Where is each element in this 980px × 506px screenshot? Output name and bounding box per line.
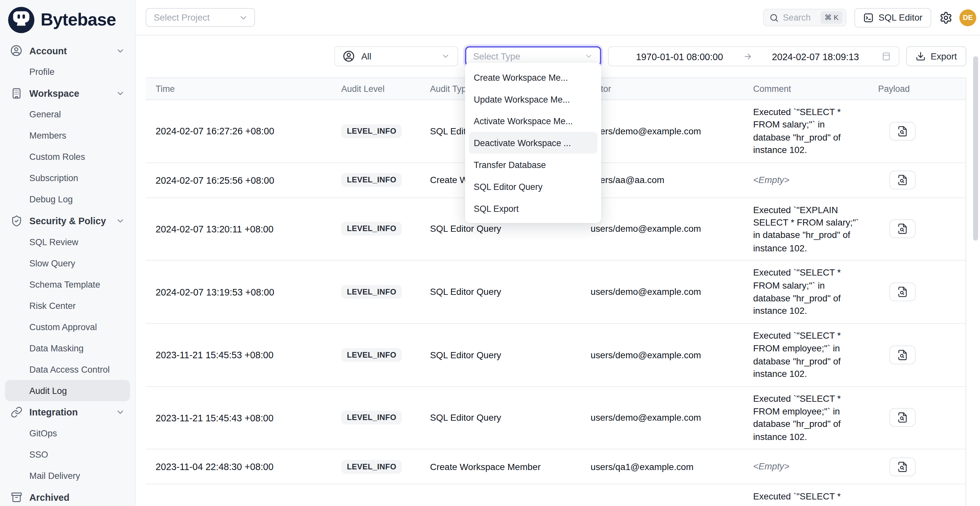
- sidebar-item-custom-approval[interactable]: Custom Approval: [5, 316, 130, 337]
- date-to[interactable]: 2024-02-07 18:09:13: [752, 51, 879, 62]
- search-placeholder: Search: [783, 13, 811, 22]
- cell-comment: Executed `"EXPLAIN SELECT * FROM salary;…: [753, 204, 861, 255]
- brand-logo[interactable]: Bytebase: [0, 0, 135, 36]
- dropdown-option-deactivate-workspace[interactable]: Deactivate Workspace ...: [469, 132, 598, 154]
- sidebar-item-label: Slow Query: [29, 258, 75, 268]
- sidebar-item-label: SSO: [29, 449, 48, 460]
- sidebar-item-profile[interactable]: Profile: [5, 61, 130, 83]
- dropdown-option-sql-export[interactable]: SQL Export: [469, 197, 598, 220]
- sidebar-item-debug-log[interactable]: Debug Log: [5, 189, 130, 210]
- sidebar-item-data-access-control[interactable]: Data Access Control: [5, 359, 130, 380]
- column-header-actor: Actor: [591, 84, 753, 94]
- terminal-icon: [863, 12, 874, 23]
- dropdown-option-transfer-database[interactable]: Transfer Database: [469, 154, 598, 175]
- type-filter-dropdown: Create Workspace Me...Update Workspace M…: [465, 62, 601, 223]
- sidebar-item-members[interactable]: Members: [5, 125, 130, 146]
- column-header-time: Time: [145, 84, 335, 94]
- audit-level-badge: LEVEL_INFO: [341, 222, 402, 236]
- payload-view-button[interactable]: [889, 282, 916, 301]
- payload-view-button[interactable]: [889, 220, 916, 238]
- sidebar-item-slow-query[interactable]: Slow Query: [5, 252, 130, 274]
- cell-time: 2024-02-07 16:25:56 +08:00: [145, 175, 335, 186]
- search-icon: [769, 13, 779, 22]
- sidebar-item-label: Mail Delivery: [29, 471, 80, 481]
- sidebar-item-data-masking[interactable]: Data Masking: [5, 337, 130, 359]
- payload-view-button[interactable]: [889, 345, 916, 364]
- cell-audit-level: LEVEL_INFO: [335, 222, 430, 236]
- cell-actor: users/demo@example.com: [591, 287, 753, 297]
- table-row: 2023-11-21 15:45:43 +08:00LEVEL_INFOSQL …: [145, 387, 966, 449]
- avatar[interactable]: DE: [959, 9, 977, 26]
- sidebar-item-label: Debug Log: [29, 194, 73, 205]
- sidebar-item-security-policy[interactable]: Security & Policy: [5, 210, 130, 231]
- project-select[interactable]: Select Project: [145, 8, 255, 27]
- sidebar-item-account[interactable]: Account: [5, 40, 130, 61]
- date-from[interactable]: 1970-01-01 08:00:00: [616, 51, 743, 62]
- vertical-scrollbar[interactable]: [973, 56, 978, 240]
- sidebar-item-label: Security & Policy: [29, 215, 106, 226]
- audit-level-badge: LEVEL_INFO: [341, 348, 402, 361]
- file-search-icon: [897, 175, 908, 186]
- cell-actor: users/demo@example.com: [591, 224, 753, 234]
- sidebar-item-workspace[interactable]: Workspace: [5, 83, 130, 103]
- sidebar-item-sql-review[interactable]: SQL Review: [5, 231, 130, 252]
- table-row: 2023-11-04 21:26:34 +08:00LEVEL_INFOSQL …: [145, 484, 966, 506]
- audit-level-badge: LEVEL_INFO: [341, 411, 402, 425]
- sidebar: Bytebase AccountProfileWorkspaceGeneralM…: [0, 0, 136, 506]
- project-select-label: Select Project: [154, 13, 210, 22]
- sidebar-item-label: Account: [29, 45, 67, 56]
- cell-comment: Executed `"SELECT * FROM department;"` i…: [753, 490, 861, 506]
- sidebar-item-gitops[interactable]: GitOps: [5, 423, 130, 444]
- gear-icon[interactable]: [939, 11, 953, 24]
- sidebar-item-general[interactable]: General: [5, 103, 130, 125]
- download-icon: [916, 51, 926, 62]
- dropdown-option-sql-editor-query[interactable]: SQL Editor Query: [469, 175, 598, 197]
- sidebar-item-label: Data Masking: [29, 343, 84, 353]
- payload-view-button[interactable]: [889, 122, 916, 140]
- link-icon: [10, 406, 22, 418]
- cell-actor: users/demo@example.com: [591, 413, 753, 423]
- sidebar-item-risk-center[interactable]: Risk Center: [5, 295, 130, 316]
- table-row: 2023-11-04 22:48:30 +08:00LEVEL_INFOCrea…: [145, 449, 966, 484]
- payload-view-button[interactable]: [889, 170, 916, 189]
- cell-payload: [878, 408, 966, 427]
- sql-editor-label: SQL Editor: [879, 13, 923, 22]
- sidebar-item-archived[interactable]: Archived: [5, 486, 130, 506]
- sidebar-item-label: Audit Log: [29, 386, 67, 396]
- cell-time: 2024-02-07 16:27:26 +08:00: [145, 126, 335, 137]
- sidebar-item-audit-log[interactable]: Audit Log: [5, 380, 130, 401]
- sidebar-item-integration[interactable]: Integration: [5, 401, 130, 422]
- actor-filter-select[interactable]: All: [334, 46, 458, 66]
- sidebar-item-label: Custom Roles: [29, 152, 85, 162]
- chevron-down-icon: [116, 216, 125, 226]
- date-range-picker[interactable]: 1970-01-01 08:00:00 2024-02-07 18:09:13: [608, 46, 899, 66]
- audit-level-badge: LEVEL_INFO: [341, 460, 402, 474]
- sidebar-item-sso[interactable]: SSO: [5, 444, 130, 465]
- cell-comment: Executed `"SELECT * FROM salary;"` in da…: [753, 266, 861, 317]
- payload-view-button[interactable]: [889, 457, 916, 476]
- cell-payload: [878, 282, 966, 301]
- topbar-right: Search ⌘ K SQL Editor DE: [763, 8, 977, 27]
- dropdown-option-activate-workspace-me[interactable]: Activate Workspace Me...: [469, 110, 598, 132]
- sidebar-item-schema-template[interactable]: Schema Template: [5, 274, 130, 295]
- sql-editor-button[interactable]: SQL Editor: [854, 8, 931, 27]
- sidebar-item-label: Profile: [29, 67, 54, 77]
- file-search-icon: [897, 223, 908, 234]
- archive-icon: [10, 491, 22, 503]
- export-button[interactable]: Export: [906, 46, 966, 66]
- sidebar-item-custom-roles[interactable]: Custom Roles: [5, 146, 130, 167]
- file-search-icon: [897, 349, 908, 360]
- cell-comment: <Empty>: [753, 460, 861, 473]
- sidebar-item-label: Subscription: [29, 173, 78, 183]
- file-search-icon: [897, 286, 908, 298]
- sidebar-nav: AccountProfileWorkspaceGeneralMembersCus…: [0, 36, 135, 506]
- search-input[interactable]: Search ⌘ K: [763, 9, 846, 27]
- chevron-down-icon: [116, 89, 125, 98]
- audit-level-badge: LEVEL_INFO: [341, 124, 402, 138]
- sidebar-item-mail-delivery[interactable]: Mail Delivery: [5, 465, 130, 486]
- payload-view-button[interactable]: [889, 408, 916, 427]
- sidebar-item-label: General: [29, 110, 61, 119]
- dropdown-option-create-workspace-me[interactable]: Create Workspace Me...: [469, 66, 598, 88]
- dropdown-option-update-workspace-me[interactable]: Update Workspace Me...: [469, 88, 598, 110]
- sidebar-item-subscription[interactable]: Subscription: [5, 167, 130, 189]
